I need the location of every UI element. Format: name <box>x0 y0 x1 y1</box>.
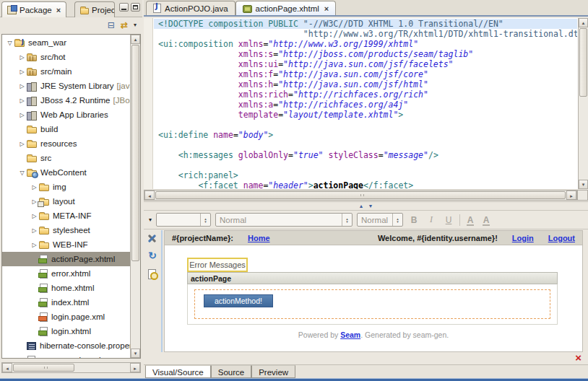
tree-item[interactable]: actionPage.xhtml <box>2 252 130 266</box>
scroll-right-icon[interactable]: ▸ <box>130 363 140 372</box>
tree-item[interactable]: ▷resources <box>2 136 130 151</box>
sash-up-icon[interactable]: ▲ <box>359 203 364 209</box>
tab-project-explorer[interactable]: Project E <box>74 1 115 17</box>
expander-open-icon[interactable]: ▽ <box>5 40 14 46</box>
view-menu-icon[interactable]: ▾ <box>134 21 137 30</box>
expander-closed-icon[interactable]: ▷ <box>17 69 27 75</box>
error-messages-placeholder[interactable]: Error Messages <box>187 258 248 272</box>
page-design-options-icon[interactable] <box>147 268 158 280</box>
login-link[interactable]: Login <box>512 234 534 242</box>
error-indicator-icon[interactable]: × <box>575 351 581 364</box>
tree-item[interactable]: src <box>2 151 130 165</box>
tab-actionpojo-java[interactable]: ActionPOJO.java <box>146 1 235 15</box>
underline-button[interactable]: U <box>442 215 455 225</box>
tab-visual-source[interactable]: Visual/Source <box>145 365 211 378</box>
refresh-icon[interactable]: ↻ <box>147 250 158 262</box>
split-sash[interactable]: ▲ ▼ <box>144 201 588 210</box>
tree-item[interactable]: ▷src/main <box>2 64 130 79</box>
expander-closed-icon[interactable]: ▷ <box>17 97 27 104</box>
scroll-left-icon[interactable]: ◂ <box>2 363 12 372</box>
style-combo[interactable]: ▴▾ <box>156 213 211 227</box>
combo-spinner-icon[interactable]: ▴▾ <box>200 214 210 226</box>
collapse-all-icon[interactable]: ⊟ <box>108 21 115 30</box>
logout-link[interactable]: Logout <box>548 234 575 242</box>
tree-horizontal-scrollbar[interactable]: ◂ ▸ <box>1 362 141 373</box>
font-size-combo[interactable]: Normal ▴▾ <box>357 213 403 227</box>
scroll-right-icon[interactable]: ▸ <box>566 190 576 200</box>
toolbar-collapse-icon[interactable]: ▾ <box>149 216 152 223</box>
paragraph-format-combo[interactable]: Normal ▴▾ <box>215 213 353 227</box>
combo-spinner-icon[interactable]: ▴▾ <box>342 214 352 226</box>
tree-item[interactable]: build <box>2 122 130 136</box>
tab-source[interactable]: Source <box>211 365 251 378</box>
close-icon[interactable]: × <box>323 4 329 13</box>
link-with-editor-icon[interactable]: ⇄ <box>121 21 128 30</box>
tree-item[interactable]: seam_war.launch <box>2 353 130 358</box>
bold-button[interactable]: B <box>407 215 420 225</box>
action-method-button[interactable]: actionMethod! <box>204 294 273 307</box>
tab-actionpage-xhtml[interactable]: actionPage.xhtml × <box>235 1 337 15</box>
project-name-label: #{projectName}: <box>172 234 233 242</box>
scroll-down-icon[interactable]: ▾ <box>579 180 588 189</box>
expander-closed-icon[interactable]: ▷ <box>30 242 39 248</box>
tree-item[interactable]: ▷META-INF <box>2 209 130 223</box>
italic-button[interactable]: I <box>425 214 438 225</box>
expander-closed-icon[interactable]: ▷ <box>17 54 27 61</box>
tree-item[interactable]: ▽seam_war <box>2 35 130 50</box>
form-outline[interactable]: actionMethod! <box>194 289 550 319</box>
scroll-down-icon[interactable]: ▾ <box>131 349 140 358</box>
seam-link[interactable]: Seam <box>340 330 360 339</box>
background-color-icon[interactable]: A <box>480 215 492 225</box>
expander-closed-icon[interactable]: ▷ <box>17 83 27 89</box>
tree-item[interactable]: ▷src/hot <box>2 50 130 64</box>
tree-item[interactable]: ▷JBoss 4.2 Runtime[JBoss 4. <box>2 93 130 108</box>
scrollbar-thumb[interactable] <box>155 191 566 199</box>
project-tree-container: ▽seam_war▷src/hot▷src/main▷JRE System Li… <box>1 34 141 359</box>
tree-item[interactable]: ▷JRE System Library[java-1.5 <box>2 79 130 93</box>
close-icon[interactable]: × <box>55 6 61 14</box>
tree-item[interactable]: hibernate-console.properties <box>2 338 130 353</box>
scrollbar-thumb[interactable] <box>13 364 74 372</box>
tree-item[interactable]: error.xhtml <box>2 266 130 281</box>
tree-item[interactable]: home.xhtml <box>2 281 130 295</box>
tree-item[interactable]: login.xhtml <box>2 324 130 338</box>
expander-closed-icon[interactable]: ▷ <box>30 213 39 219</box>
visual-page-canvas[interactable]: #{projectName}: Home Welcome, #{identity… <box>164 230 583 352</box>
preferences-icon[interactable] <box>147 232 158 244</box>
source-vertical-scrollbar[interactable]: ▴ ▾ <box>578 18 588 189</box>
combo-spinner-icon[interactable]: ▴▾ <box>392 214 402 226</box>
tree-vertical-scrollbar[interactable]: ▴ ▾ <box>130 35 140 358</box>
expander-open-icon[interactable]: ▽ <box>17 170 27 176</box>
scrollbar-thumb[interactable] <box>131 45 139 261</box>
annotation-ruler <box>144 18 153 189</box>
tree-item[interactable]: ▷layout <box>2 194 130 209</box>
tree-item[interactable]: ▷Web App Libraries <box>2 108 130 122</box>
source-horizontal-scrollbar[interactable]: ◂ ▸ <box>144 190 577 201</box>
tree-item[interactable]: ▷WEB-INF <box>2 237 130 252</box>
maximize-button[interactable] <box>131 3 140 12</box>
sash-down-icon[interactable]: ▼ <box>368 203 373 209</box>
scroll-up-icon[interactable]: ▴ <box>131 35 140 44</box>
home-link[interactable]: Home <box>248 234 270 242</box>
scroll-left-icon[interactable]: ◂ <box>144 190 155 200</box>
source-editor[interactable]: <!DOCTYPE composition PUBLIC "-//W3C//DT… <box>144 18 588 189</box>
tree-item[interactable]: index.html <box>2 295 130 310</box>
minimize-button[interactable] <box>119 3 129 12</box>
source-code[interactable]: <!DOCTYPE composition PUBLIC "-//W3C//DT… <box>154 19 577 189</box>
expander-closed-icon[interactable]: ▷ <box>30 227 39 234</box>
tree-item[interactable]: login.page.xml <box>2 310 130 324</box>
font-color-icon[interactable]: A <box>464 215 476 225</box>
expander-closed-icon[interactable]: ▷ <box>17 112 27 118</box>
expander-closed-icon[interactable]: ▷ <box>17 141 27 147</box>
tab-preview[interactable]: Preview <box>251 365 295 378</box>
tree-item[interactable]: ▷img <box>2 180 130 194</box>
rich-panel[interactable]: actionPage actionMethod! <box>187 272 558 325</box>
code-line: xmlns:rich="http://richfaces.org/rich" <box>158 89 577 100</box>
tree-item[interactable]: ▽WebContent <box>2 165 130 180</box>
expander-closed-icon[interactable]: ▷ <box>30 184 39 190</box>
tab-package-explorer[interactable]: Package × <box>1 1 66 17</box>
scroll-up-icon[interactable]: ▴ <box>579 18 588 27</box>
tree-item-label: src/hot <box>40 53 66 61</box>
scrollbar-thumb[interactable] <box>579 28 587 97</box>
tree-item[interactable]: ▷stylesheet <box>2 223 130 237</box>
